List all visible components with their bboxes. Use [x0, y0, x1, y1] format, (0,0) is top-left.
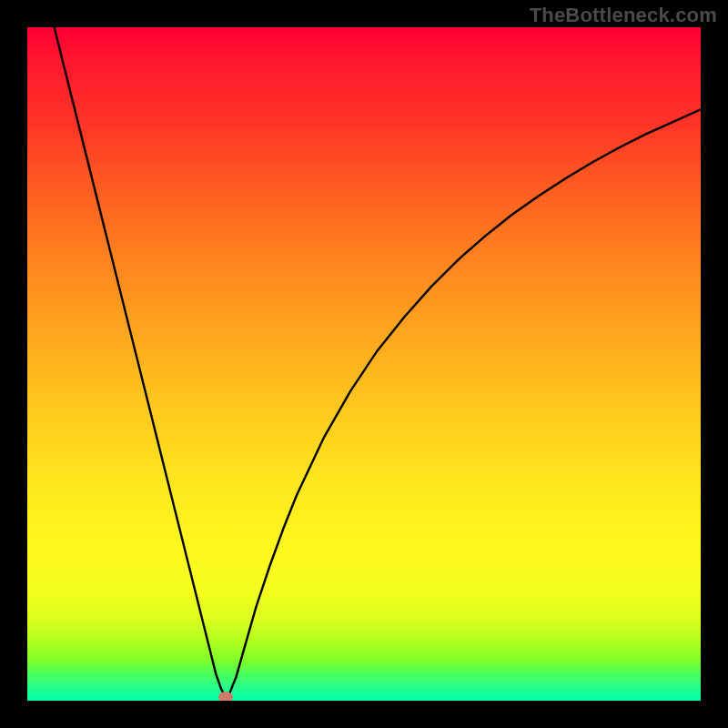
watermark-text: TheBottleneck.com	[530, 4, 717, 27]
plot-area	[27, 27, 701, 701]
curve-svg	[27, 27, 701, 701]
bottleneck-curve	[55, 27, 701, 697]
chart-frame: TheBottleneck.com	[0, 0, 728, 728]
optimum-marker	[218, 692, 233, 701]
